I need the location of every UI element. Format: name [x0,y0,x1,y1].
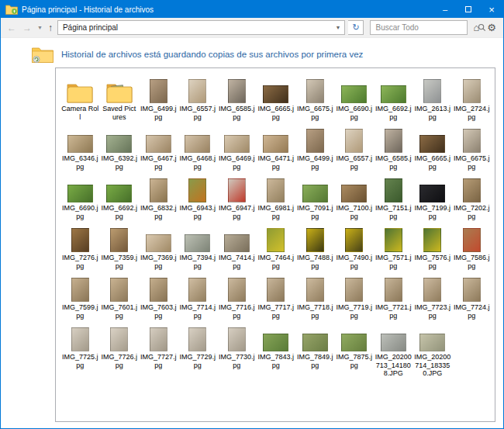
app-icon[interactable] [5,4,18,15]
file-item[interactable]: IMG_6346.jpg [60,125,100,171]
file-item[interactable]: IMG_6468.jpg [178,125,218,171]
file-item[interactable]: IMG_20200714_183350.JPG [413,323,453,378]
file-label: IMG_6665.jpg [257,105,295,121]
file-item[interactable]: IMG_7586.jpg [452,224,492,270]
maximize-button[interactable] [457,1,480,18]
file-item[interactable]: IMG_7464.jpg [257,224,296,270]
file-item[interactable]: IMG_7571.jpg [374,224,413,270]
file-item[interactable]: IMG_7724.jpg [452,274,492,320]
image-thumbnail [423,274,441,302]
file-item[interactable]: IMG_6675.jpg [295,75,335,121]
file-item[interactable]: Saved Pictures [100,75,140,121]
file-item[interactable]: IMG_6585.jpg [217,75,257,121]
file-item[interactable]: IMG_7718.jpg [295,274,335,320]
file-item[interactable]: IMG_6585.jpg [374,125,413,171]
search-box[interactable] [370,20,468,35]
image-thumbnail [463,224,481,252]
file-item[interactable]: IMG_7725.jpg [60,323,100,369]
file-item[interactable]: IMG_7576.jpg [413,224,453,270]
file-item[interactable]: IMG_6471.jpg [257,125,296,171]
file-item[interactable]: IMG_7843.jpg [257,323,296,369]
file-item[interactable]: Camera Roll [60,75,100,121]
file-item[interactable]: IMG_7729.jpg [178,323,218,369]
file-item[interactable]: IMG_6692.jpg [374,75,413,121]
file-item[interactable]: IMG_6943.jpg [178,175,218,220]
file-item[interactable]: IMG_7369.jpg [139,224,178,270]
file-item[interactable]: IMG_7723.jpg [413,274,453,320]
file-item[interactable]: IMG_6665.jpg [257,75,296,121]
image-thumbnail [224,125,250,153]
file-item[interactable]: IMG_6690.jpg [335,75,375,121]
file-item[interactable]: IMG_7199.jpg [413,175,453,220]
forward-button[interactable]: → [21,23,33,33]
file-item[interactable]: IMG_7488.jpg [295,224,335,270]
file-item[interactable]: IMG_6499.jpg [295,125,335,171]
search-input[interactable] [375,23,478,32]
file-item[interactable]: IMG_6947.jpg [217,175,257,220]
file-item[interactable]: IMG_6832.jpg [139,175,178,220]
file-label: Saved Pictures [101,105,138,121]
file-item[interactable]: IMG_7359.jpg [100,224,140,270]
image-thumbnail [188,75,206,103]
file-item[interactable]: IMG_7849.jpg [295,323,335,369]
file-item[interactable]: IMG_6692.jpg [100,175,140,220]
file-item[interactable]: IMG_6499.jpg [139,75,178,121]
minimize-button[interactable]: – [433,1,457,18]
file-label: IMG_7725.jpg [61,353,98,369]
file-item[interactable]: IMG_7599.jpg [60,274,100,320]
file-item[interactable]: IMG_7730.jpg [217,323,257,369]
file-item[interactable]: IMG_7490.jpg [335,224,375,270]
file-label: IMG_6392.jpg [101,154,138,171]
recent-locations-dropdown-icon[interactable]: ▼ [36,25,43,30]
file-item[interactable]: IMG_7414.jpg [217,224,257,270]
address-dropdown-icon[interactable]: ▼ [333,25,343,30]
file-item[interactable]: IMG_7601.jpg [100,274,140,320]
image-thumbnail [224,224,250,252]
file-item[interactable]: IMG_7394.jpg [178,224,218,270]
home-button[interactable]: ⌂ [471,22,482,33]
refresh-button[interactable]: ↻ [348,20,364,35]
file-item[interactable]: IMG_7719.jpg [335,274,375,320]
window-title: Página principal - Historial de archivos [22,5,433,14]
file-item[interactable]: IMG_7726.jpg [100,323,140,369]
file-item[interactable]: IMG_7721.jpg [374,274,413,320]
back-button[interactable]: ← [5,23,18,33]
file-item[interactable]: IMG_6469.jpg [217,125,257,171]
file-item[interactable]: IMG_2724.jpg [452,75,492,121]
file-label: IMG_6468.jpg [179,154,216,171]
up-button[interactable]: ↑ [47,23,54,33]
image-thumbnail-picture [341,334,367,351]
file-item[interactable]: IMG_6557.jpg [335,125,375,171]
file-item[interactable]: IMG_7276.jpg [60,224,100,270]
file-item[interactable]: IMG_6981.jpg [257,175,296,220]
file-item[interactable]: IMG_7091.jpg [295,175,335,220]
file-label: IMG_6665.jpg [414,154,451,171]
file-item[interactable]: IMG_7716.jpg [217,274,257,320]
image-thumbnail-picture [267,178,285,202]
file-item[interactable]: IMG_7875.jpg [335,323,375,369]
file-label: IMG_7202.jpg [453,204,490,220]
image-thumbnail-picture [345,129,363,153]
image-thumbnail [228,175,246,202]
file-item[interactable]: IMG_7727.jpg [139,323,178,369]
file-item[interactable]: IMG_7202.jpg [452,175,492,220]
file-item[interactable]: IMG_20200713_141808.JPG [374,323,413,378]
file-item[interactable]: IMG_6690.jpg [60,175,100,220]
file-item[interactable]: IMG_2613.jpg [413,75,453,121]
address-input[interactable] [63,23,333,32]
image-thumbnail-picture [267,278,285,302]
settings-gear-button[interactable]: ⚙ [485,22,499,33]
address-bar[interactable]: ▼ [57,20,346,35]
file-item[interactable]: IMG_6467.jpg [139,125,178,171]
image-thumbnail [385,125,402,153]
file-item[interactable]: IMG_7151.jpg [374,175,413,220]
file-item[interactable]: IMG_6392.jpg [100,125,140,171]
file-item[interactable]: IMG_7714.jpg [178,274,218,320]
close-button[interactable]: × [480,1,503,18]
file-item[interactable]: IMG_7717.jpg [257,274,296,320]
file-item[interactable]: IMG_6557.jpg [178,75,218,121]
file-item[interactable]: IMG_7603.jpg [139,274,178,320]
file-item[interactable]: IMG_6665.jpg [413,125,453,171]
file-item[interactable]: IMG_7100.jpg [335,175,375,220]
file-item[interactable]: IMG_6675.jpg [452,125,492,171]
